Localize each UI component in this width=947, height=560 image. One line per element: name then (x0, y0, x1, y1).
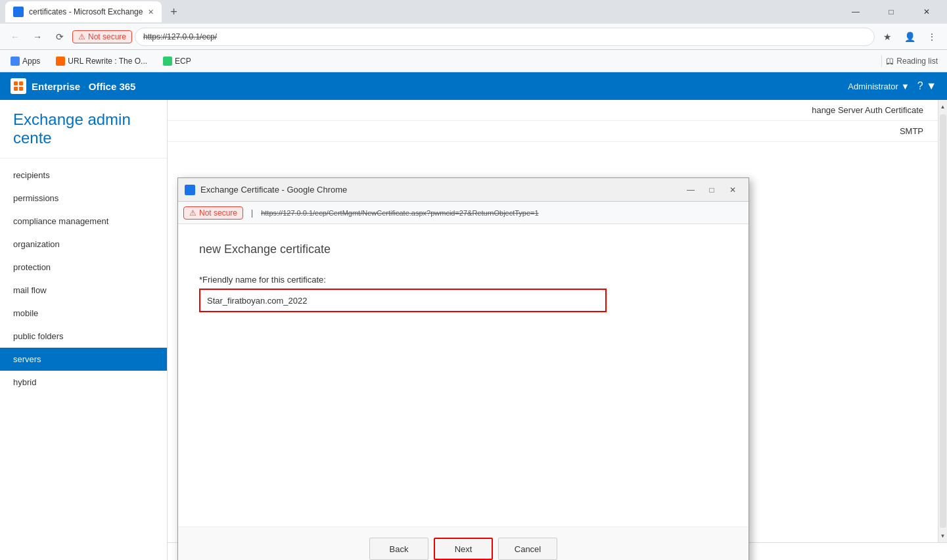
bookmarks-button[interactable]: ★ (877, 27, 897, 47)
office-cell-4 (19, 87, 23, 91)
maximize-button[interactable]: □ (876, 1, 906, 22)
reading-list-button[interactable]: 🕮 Reading list (881, 55, 942, 67)
form-label-text: *Friendly name for this certificate: (199, 275, 326, 285)
sidebar-nav: recipients permissions compliance manage… (0, 158, 167, 399)
reading-list-icon: 🕮 (886, 57, 894, 66)
ecp-label: ECP (175, 57, 191, 66)
browser-window: certificates - Microsoft Exchange ✕ + — … (0, 0, 947, 560)
tab-favicon (13, 7, 24, 17)
scroll-down-btn[interactable]: ▼ (938, 529, 948, 542)
office-cell-2 (19, 82, 23, 85)
sidebar-item-compliance-management[interactable]: compliance management (0, 210, 167, 233)
window-controls: — □ ✕ (841, 1, 942, 22)
eac-logo: Enterprise Office 365 (11, 78, 135, 94)
sidebar-item-recipients[interactable]: recipients (0, 164, 167, 187)
back-btn-label: Back (390, 544, 409, 554)
back-button[interactable]: ← (5, 27, 25, 47)
active-tab[interactable]: certificates - Microsoft Exchange ✕ (5, 1, 162, 22)
back-button[interactable]: Back (369, 538, 428, 560)
dialog-content: new Exchange certificate *Friendly name … (178, 224, 749, 526)
sidebar-item-servers[interactable]: servers (0, 348, 167, 371)
sidebar-item-mail-flow[interactable]: mail flow (0, 279, 167, 302)
dialog-window-controls: — □ ✕ (681, 182, 742, 198)
next-button[interactable]: Next (434, 538, 493, 560)
dialog-security-label: Not secure (199, 208, 237, 218)
dialog-header: new Exchange certificate (199, 243, 728, 256)
apps-favicon (11, 57, 20, 66)
office-icon (11, 78, 26, 94)
minimize-button[interactable]: — (841, 1, 871, 22)
help-chevron-icon: ▼ (926, 80, 936, 91)
dialog-url-text: https://127.0.0.1/ecp/CertMgmt/NewCertif… (261, 209, 539, 217)
eac-sidebar: Exchange admin cente recipients permissi… (0, 100, 168, 560)
dialog-security-badge[interactable]: ⚠ Not secure (183, 206, 243, 220)
security-label: Not secure (88, 32, 126, 41)
admin-dropdown[interactable]: Administrator ▼ (848, 82, 909, 91)
dialog-title-text: Exchange Certificate - Google Chrome (200, 185, 347, 195)
warning-icon: ⚠ (78, 32, 85, 41)
brand-suffix: Office 365 (89, 81, 136, 92)
dialog-titlebar-left: Exchange Certificate - Google Chrome (185, 185, 347, 195)
help-icon: ? (917, 80, 923, 91)
reload-button[interactable]: ⟳ (50, 27, 70, 47)
dialog-address-bar: ⚠ Not secure | https://127.0.0.1/ecp/Cer… (178, 202, 749, 224)
table-row-smtp[interactable]: SMTP (168, 121, 947, 142)
bookmark-apps[interactable]: Apps (5, 55, 45, 67)
scrollbar[interactable]: ▲ ▼ (938, 100, 947, 542)
bookmark-ecp[interactable]: ECP (158, 55, 196, 67)
eac-topbar: Enterprise Office 365 Administrator ▼ ? … (0, 72, 947, 100)
admin-label: Administrator (848, 82, 898, 91)
sidebar-item-public-folders[interactable]: public folders (0, 325, 167, 348)
eac-title-text: Exchange admin cente (13, 110, 131, 147)
admin-chevron-icon: ▼ (901, 82, 910, 91)
eac-topbar-right: Administrator ▼ ? ▼ (848, 80, 936, 92)
smtp-text: SMTP (900, 126, 923, 136)
bookmark-url-rewrite[interactable]: URL Rewrite : The O... (51, 55, 152, 67)
sidebar-item-hybrid[interactable]: hybrid (0, 371, 167, 394)
auth-cert-text: hange Server Auth Certificate (812, 105, 923, 115)
dialog-minimize-btn[interactable]: — (681, 182, 700, 198)
eac-wrapper: Enterprise Office 365 Administrator ▼ ? … (0, 72, 947, 560)
ecp-favicon (163, 57, 172, 66)
office-cell-1 (14, 82, 18, 85)
forward-button[interactable]: → (28, 27, 47, 47)
scroll-track (940, 114, 946, 528)
tab-close-btn[interactable]: ✕ (148, 8, 154, 16)
table-row-auth-cert[interactable]: hange Server Auth Certificate (168, 100, 947, 121)
dialog-favicon (185, 185, 195, 195)
cancel-btn-label: Cancel (515, 544, 541, 554)
dialog-header-text: new Exchange certificate (199, 243, 331, 256)
brand-prefix: Enterprise (32, 81, 80, 92)
bookmarks-bar: Apps URL Rewrite : The O... ECP 🕮 Readin… (0, 50, 947, 72)
eac-brand: Enterprise Office 365 (32, 81, 135, 92)
cancel-button[interactable]: Cancel (498, 538, 557, 560)
close-button[interactable]: ✕ (912, 1, 942, 22)
dialog-close-btn[interactable]: ✕ (724, 182, 742, 198)
new-tab-button[interactable]: + (164, 3, 183, 21)
dialog-warning-icon: ⚠ (189, 208, 196, 218)
address-bar[interactable]: https://127.0.0.1/ecp/ (135, 28, 875, 46)
help-button[interactable]: ? ▼ (917, 80, 936, 92)
account-button[interactable]: 👤 (900, 27, 919, 47)
dialog-window: Exchange Certificate - Google Chrome — □… (177, 177, 749, 560)
reading-list-label: Reading list (896, 57, 938, 66)
sidebar-item-permissions[interactable]: permissions (0, 187, 167, 210)
office-cell-3 (14, 87, 18, 91)
form-label: *Friendly name for this certificate: (199, 275, 728, 285)
sidebar-item-mobile[interactable]: mobile (0, 302, 167, 325)
title-bar: certificates - Microsoft Exchange ✕ + — … (0, 0, 947, 24)
dialog-maximize-btn[interactable]: □ (703, 182, 721, 198)
nav-actions: ★ 👤 ⋮ (877, 27, 942, 47)
sidebar-item-protection[interactable]: protection (0, 256, 167, 279)
tab-title: certificates - Microsoft Exchange (29, 7, 143, 16)
security-badge[interactable]: ⚠ Not secure (72, 30, 132, 43)
eac-title: Exchange admin cente (0, 100, 167, 158)
nav-bar: ← → ⟳ ⚠ Not secure https://127.0.0.1/ecp… (0, 24, 947, 50)
title-bar-left: certificates - Microsoft Exchange ✕ + (5, 1, 183, 22)
scroll-up-btn[interactable]: ▲ (938, 100, 948, 113)
dialog-titlebar: Exchange Certificate - Google Chrome — □… (178, 178, 749, 202)
office-grid (14, 82, 23, 91)
sidebar-item-organization[interactable]: organization (0, 233, 167, 256)
friendly-name-input[interactable] (199, 289, 607, 312)
menu-button[interactable]: ⋮ (922, 27, 942, 47)
